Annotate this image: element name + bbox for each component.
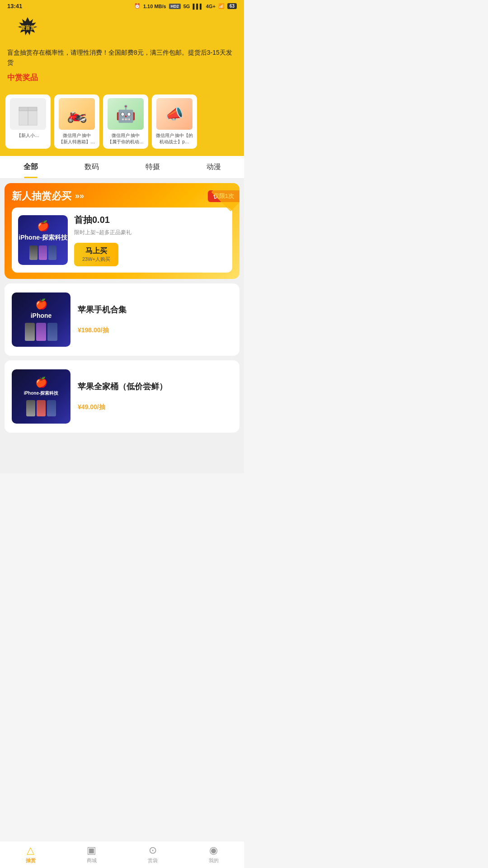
- apple-logo-icon: 🍎: [37, 220, 49, 232]
- phone-mini-8: [37, 400, 46, 416]
- section-title: 中赏奖品: [7, 71, 237, 84]
- prize-card-text-1: 【新人小…: [9, 132, 47, 139]
- signal-bars: ▌▌▌: [192, 4, 203, 9]
- prize-img-3: 🤖: [108, 98, 144, 130]
- prize-card-text-3: 微信用户 抽中 【属于你的机动战士】中的…: [107, 132, 145, 145]
- iphone-label: iPhone-探索科技: [19, 234, 67, 242]
- logo: 壹盲赏: [7, 16, 48, 38]
- prize-img-4: 📣: [156, 98, 192, 130]
- phone-mini-3: [48, 245, 56, 260]
- iphone-box-art: 🍎 iPhone-探索科技: [18, 215, 68, 265]
- arrows-icon: »»: [75, 191, 84, 201]
- svg-text:壹盲赏: 壹盲赏: [20, 25, 35, 30]
- category-tabs: 全部 数码 特摄 动漫: [0, 156, 244, 179]
- product-price-1: ¥198.00/抽: [78, 324, 232, 335]
- phone-mini-2: [39, 245, 47, 260]
- phone-mini-1: [29, 245, 38, 260]
- price-symbol-2: ¥: [78, 403, 81, 410]
- banner-product-info: 首抽0.01 限时上架~超多正品豪礼 马上买 23W+人购买: [74, 214, 226, 266]
- banner-card: 🍎 iPhone-探索科技 首抽0.01 限时上架~超多正品豪礼 马上买 23W…: [12, 208, 232, 273]
- tab-digital[interactable]: 数码: [61, 156, 122, 178]
- iphone-bundle-art: 🍎 iPhone-探索科技: [12, 369, 70, 424]
- buy-now-button[interactable]: 马上买 23W+人购买: [74, 243, 118, 266]
- status-icons: ⏰ 1.10 MB/s HD2 5G ▌▌▌ 4G+ 📶 63: [134, 3, 237, 9]
- prize-card-4[interactable]: 📣 微信用户 抽中【的机动战士】p…: [152, 94, 197, 149]
- tab-all[interactable]: 全部: [0, 156, 61, 178]
- price-value-2: 49.00: [81, 403, 97, 410]
- header: 壹盲赏: [0, 12, 244, 44]
- product-price-2: ¥49.00/抽: [78, 401, 232, 411]
- price-unit-1: /抽: [101, 326, 109, 334]
- iphone-phones-row: [29, 245, 56, 260]
- price-symbol-1: ¥: [78, 326, 81, 334]
- product-info-2: 苹果全家桶（低价尝鲜） ¥49.00/抽: [78, 381, 232, 411]
- product-title-2: 苹果全家桶（低价尝鲜）: [78, 381, 232, 392]
- prize-card-1[interactable]: 【新人小…: [5, 94, 51, 149]
- notice-bar: 盲盒抽赏存在概率性，请理性消费！全国邮费8元，满三件包邮。提货后3-15天发货 …: [0, 44, 244, 90]
- wifi-icon: 📶: [218, 3, 225, 9]
- banner-header: 新人抽赏必买 »» 仅限1次: [12, 189, 232, 203]
- apple-logo-3-icon: 🍎: [35, 377, 47, 388]
- megaphone-icon: 📣: [165, 105, 183, 123]
- apple-logo-2-icon: 🍎: [35, 298, 47, 310]
- banner-product-title: 首抽0.01: [74, 214, 226, 226]
- iphone-phones-row-2: [25, 323, 57, 341]
- tab-anime[interactable]: 动漫: [183, 156, 244, 178]
- product-title-1: 苹果手机合集: [78, 304, 232, 315]
- iphone-collection-art: 🍎 iPhone: [12, 292, 70, 347]
- phone-mini-7: [26, 400, 35, 416]
- banner-product-image: 🍎 iPhone-探索科技: [18, 215, 68, 265]
- time: 13:41: [7, 3, 22, 9]
- status-bar: 13:41 ⏰ 1.10 MB/s HD2 5G ▌▌▌ 4G+ 📶 63: [0, 0, 244, 12]
- phone-mini-6: [47, 323, 57, 341]
- product-card-apple-bundle[interactable]: 🍎 iPhone-探索科技 苹果全家桶（低价尝鲜） ¥49.00/抽: [5, 360, 239, 433]
- prize-card-text-4: 微信用户 抽中【的机动战士】p…: [155, 132, 193, 145]
- data-speed: 1.10 MB/s: [143, 4, 166, 9]
- box-icon: [14, 100, 42, 127]
- prize-img-2: 🏍️: [59, 98, 95, 130]
- product-info-1: 苹果手机合集 ¥198.00/抽: [78, 304, 232, 335]
- new-user-banner[interactable]: 新人抽赏必买 »» 仅限1次 🍎 iPhone-探索科技 首抽0.: [5, 183, 239, 279]
- prize-card-2[interactable]: 🏍️ 微信用户 抽中 【新人特惠箱】中的随机小熊…: [54, 94, 99, 149]
- network-4g: 4G+: [206, 4, 216, 9]
- alarm-icon: ⏰: [134, 3, 141, 9]
- banner-title: 新人抽赏必买 »»: [12, 189, 84, 203]
- iphone-label-2: iPhone: [31, 312, 52, 319]
- iphone-label-3: iPhone-探索科技: [24, 390, 59, 396]
- signal-5g: 5G: [183, 4, 190, 9]
- prize-img-1: [10, 98, 46, 130]
- bottom-spacer: [5, 437, 239, 469]
- tab-tokusatsu[interactable]: 特摄: [122, 156, 183, 178]
- notice-text: 盲盒抽赏存在概率性，请理性消费！全国邮费8元，满三件包邮。提货后3-15天发货: [7, 47, 237, 68]
- buy-btn-count: 23W+人购买: [82, 256, 110, 263]
- buy-btn-label: 马上买: [82, 246, 110, 256]
- product-image-apple-collection: 🍎 iPhone: [12, 292, 70, 347]
- prize-card-text-2: 微信用户 抽中 【新人特惠箱】中的随机小熊…: [58, 132, 96, 145]
- iphone-phones-row-3: [26, 400, 56, 416]
- product-card-apple-collection[interactable]: 🍎 iPhone 苹果手机合集 ¥198.00/抽: [5, 283, 239, 356]
- price-unit-2: /抽: [97, 403, 105, 410]
- phone-mini-9: [47, 400, 56, 416]
- hd-badge: HD2: [169, 4, 181, 9]
- logo-svg: 壹盲赏: [7, 16, 48, 38]
- battery-indicator: 63: [227, 3, 237, 9]
- phone-mini-5: [36, 323, 46, 341]
- prize-scroll: 【新人小… 🏍️ 微信用户 抽中 【新人特惠箱】中的随机小熊… 🤖 微信用户 抽…: [0, 90, 244, 156]
- prize-card-3[interactable]: 🤖 微信用户 抽中 【属于你的机动战士】中的…: [103, 94, 148, 149]
- product-image-apple-bundle: 🍎 iPhone-探索科技: [12, 369, 70, 424]
- phone-mini-4: [25, 323, 35, 341]
- price-value-1: 198.00: [81, 326, 101, 334]
- banner-product-sub: 限时上架~超多正品豪礼: [74, 229, 226, 236]
- main-content: 新人抽赏必买 »» 仅限1次 🍎 iPhone-探索科技 首抽0.: [0, 179, 244, 473]
